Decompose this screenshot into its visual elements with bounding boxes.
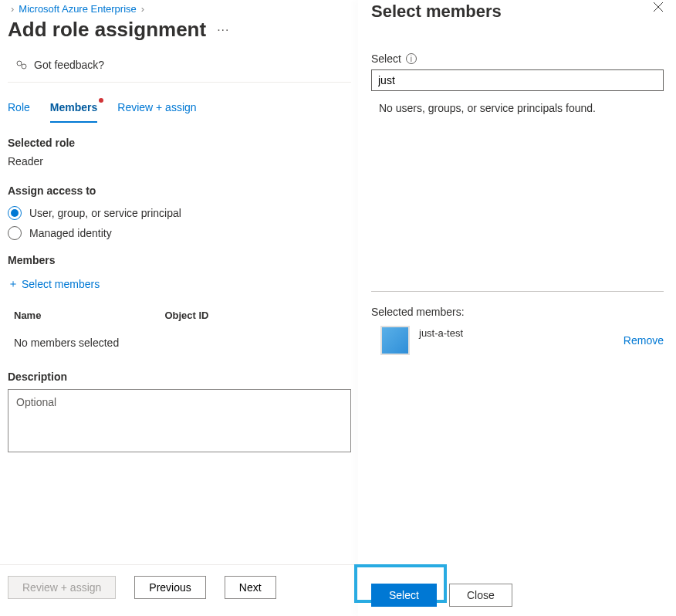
- close-button[interactable]: Close: [449, 584, 512, 607]
- panel-buttons: Select Close: [359, 584, 676, 607]
- breadcrumb: › Microsoft Azure Enterprise ›: [8, 0, 351, 16]
- member-name: just-a-test: [419, 326, 614, 339]
- selected-role-section: Selected role Reader: [8, 123, 351, 171]
- member-thumbnail-icon: [380, 326, 410, 355]
- members-section: Members ＋ Select members Name Object ID …: [8, 240, 351, 357]
- chevron-right-icon: ›: [141, 3, 144, 15]
- svg-point-0: [17, 61, 22, 66]
- radio-icon: [8, 226, 22, 240]
- table-header: Name Object ID: [8, 302, 351, 329]
- select-field-label-row: Select i: [371, 22, 664, 65]
- radio-icon: [8, 206, 22, 220]
- tab-role[interactable]: Role: [8, 96, 30, 123]
- tab-members[interactable]: Members: [50, 96, 97, 123]
- no-results-message: No users, groups, or service principals …: [379, 102, 596, 114]
- tab-review-assign[interactable]: Review + assign: [117, 96, 196, 123]
- assign-access-label: Assign access to: [8, 184, 351, 203]
- selected-role-label: Selected role: [8, 137, 351, 155]
- members-label: Members: [8, 254, 351, 272]
- feedback-label: Got feedback?: [34, 59, 104, 71]
- table-empty: No members selected: [8, 329, 351, 357]
- panel-header: Select members: [371, 0, 664, 22]
- breadcrumb-item[interactable]: Microsoft Azure Enterprise: [19, 3, 136, 15]
- assign-access-section: Assign access to User, group, or service…: [8, 171, 351, 240]
- svg-point-1: [22, 64, 26, 69]
- select-search-input[interactable]: [371, 69, 664, 91]
- assign-access-radio-group: User, group, or service principal Manage…: [8, 203, 351, 240]
- attention-dot-icon: [99, 98, 103, 103]
- select-button[interactable]: Select: [371, 584, 437, 607]
- previous-button[interactable]: Previous: [134, 576, 205, 599]
- description-label: Description: [8, 371, 351, 389]
- col-name: Name: [14, 310, 41, 321]
- tabs: Role Members Review + assign: [8, 83, 351, 123]
- radio-label: Managed identity: [29, 227, 112, 239]
- members-table: Name Object ID No members selected: [8, 302, 351, 357]
- tab-members-label: Members: [50, 101, 97, 113]
- remove-member-link[interactable]: Remove: [624, 334, 664, 347]
- radio-managed-identity[interactable]: Managed identity: [8, 226, 351, 240]
- panel-title: Select members: [371, 2, 502, 22]
- select-members-panel: Select members Select i No users, groups…: [359, 0, 676, 616]
- panel-footer: Select Close: [359, 584, 676, 616]
- main-footer: Review + assign Previous Next: [0, 564, 359, 616]
- page-title: Add role assignment: [8, 18, 206, 42]
- select-members-link-label: Select members: [22, 278, 100, 290]
- select-field-label: Select: [371, 52, 401, 65]
- col-object-id: Object ID: [164, 310, 208, 321]
- info-icon[interactable]: i: [406, 53, 417, 64]
- search-results: No users, groups, or service principals …: [371, 91, 664, 292]
- feedback-link[interactable]: Got feedback?: [8, 48, 351, 83]
- close-icon[interactable]: [653, 2, 664, 12]
- plus-icon: ＋: [8, 277, 19, 291]
- radio-label: User, group, or service principal: [29, 207, 181, 219]
- select-members-link[interactable]: ＋ Select members: [8, 272, 351, 291]
- radio-user-group[interactable]: User, group, or service principal: [8, 206, 351, 220]
- selected-role-value: Reader: [8, 155, 351, 171]
- main-content: › Microsoft Azure Enterprise › Add role …: [0, 0, 359, 616]
- more-actions-icon[interactable]: ···: [217, 23, 229, 37]
- chevron-right-icon: ›: [11, 3, 14, 15]
- feedback-icon: [15, 59, 28, 71]
- review-assign-button[interactable]: Review + assign: [8, 576, 116, 599]
- description-input[interactable]: [8, 389, 351, 452]
- page-title-row: Add role assignment ···: [8, 16, 351, 48]
- next-button[interactable]: Next: [225, 576, 276, 599]
- description-section: Description: [8, 371, 351, 455]
- selected-members-label: Selected members:: [371, 292, 664, 318]
- selected-member-row: just-a-test Remove: [371, 318, 664, 355]
